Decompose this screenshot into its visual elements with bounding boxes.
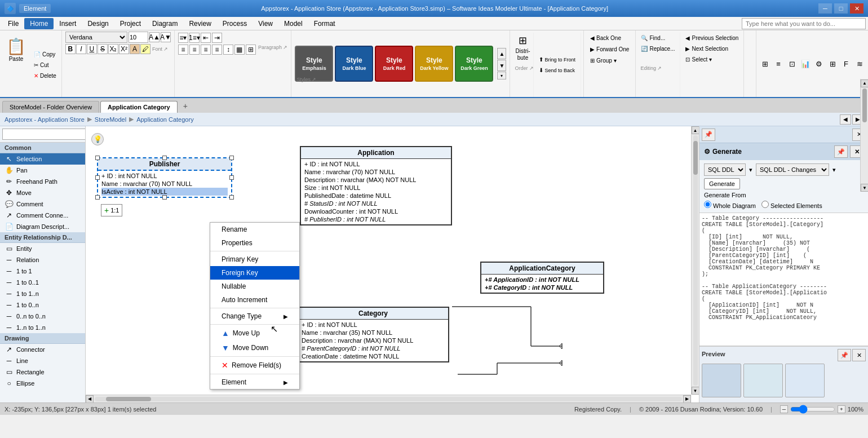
- zoom-increase-button[interactable]: +: [838, 405, 845, 413]
- ctx-rename[interactable]: Rename: [210, 223, 299, 236]
- preview-pin-btn[interactable]: 📌: [838, 349, 851, 361]
- handle-tl[interactable]: [95, 156, 100, 160]
- right-panel-scrollbar[interactable]: ▲ ▼: [860, 79, 868, 192]
- tool-relation[interactable]: ─ Relation: [0, 254, 85, 266]
- menu-model[interactable]: Model: [278, 18, 308, 29]
- tool-diagram-desc[interactable]: 📄 Diagram Descript...: [0, 221, 85, 232]
- tool-1to1[interactable]: ─ 1 to 1: [0, 266, 85, 277]
- preview-thumb-3[interactable]: [785, 364, 825, 397]
- tool-0nto0n[interactable]: ─ 0..n to 0..n: [0, 311, 85, 322]
- superscript-button[interactable]: X²: [119, 44, 129, 54]
- align-right[interactable]: ≡: [201, 45, 211, 55]
- minimize-button[interactable]: ─: [818, 3, 832, 14]
- tool-entity[interactable]: ▭ Entity: [0, 243, 85, 254]
- menu-design[interactable]: Design: [82, 18, 114, 29]
- close-button[interactable]: ✕: [850, 3, 863, 14]
- ctx-change-type[interactable]: Change Type ▶: [210, 309, 299, 323]
- ctx-move-up[interactable]: ▲ Move Up: [210, 326, 299, 340]
- indent-less[interactable]: ⇤: [201, 33, 211, 43]
- search-box[interactable]: [742, 18, 866, 29]
- subscript-button[interactable]: X₂: [108, 44, 118, 54]
- bold-button[interactable]: B: [65, 44, 76, 54]
- bc-applicationcategory[interactable]: Application Category: [136, 116, 194, 123]
- zoom-slider[interactable]: [790, 405, 835, 414]
- find-button[interactable]: 🔍 Find...: [638, 33, 677, 43]
- rp-scroll-thumb[interactable]: [862, 89, 867, 122]
- tool-pan[interactable]: ✋ Pan: [0, 165, 85, 176]
- menu-review[interactable]: Review: [183, 18, 216, 29]
- panel-search-input[interactable]: [2, 129, 86, 140]
- list-bullet[interactable]: ≡▾: [178, 33, 188, 43]
- menu-file[interactable]: File: [2, 18, 24, 29]
- menu-project[interactable]: Project: [114, 18, 147, 29]
- handle-tc[interactable]: [162, 156, 167, 160]
- generate-button[interactable]: Generate: [704, 178, 740, 189]
- tab-storemodel[interactable]: StoreModel - Folder Overview: [2, 101, 99, 113]
- sql-type-select[interactable]: SQL DDL: [704, 163, 746, 176]
- scroll-up-button[interactable]: ▲: [692, 126, 699, 134]
- selected-elements-radio[interactable]: [761, 201, 769, 208]
- style-darkgreen[interactable]: Style Dark Green: [455, 46, 493, 82]
- replace-button[interactable]: 🔄 Replace...: [638, 43, 677, 54]
- back-one-button[interactable]: ◀ Back One: [587, 33, 632, 43]
- whole-diagram-radio[interactable]: [704, 201, 711, 208]
- panel-icon-7[interactable]: F: [840, 57, 852, 70]
- ctx-nullable[interactable]: Nullable: [210, 280, 299, 293]
- entity-publisher[interactable]: Publisher + ID : int NOT NULL Name : nva…: [97, 157, 232, 198]
- style-darkyellow[interactable]: Style Dark Yellow: [415, 46, 453, 82]
- handle-bl[interactable]: [95, 195, 100, 200]
- align-center[interactable]: ≡: [189, 45, 200, 55]
- whole-diagram-radio-label[interactable]: Whole Diagram: [704, 201, 756, 209]
- ctx-foreign-key[interactable]: Foreign Key: [210, 266, 299, 280]
- send-to-back-button[interactable]: ⬇ Send to Back: [536, 65, 579, 76]
- breadcrumb-prev[interactable]: ◀: [840, 114, 851, 125]
- panel-icon-8[interactable]: ≋: [853, 57, 866, 70]
- changes-type-select[interactable]: SQL DDL - Changes: [756, 163, 829, 176]
- handle-br[interactable]: [229, 195, 234, 200]
- ctx-move-down[interactable]: ▼ Move Down: [210, 340, 299, 355]
- tool-comment-connector[interactable]: ↗ Comment Conne...: [0, 210, 85, 221]
- zoom-decrease-button[interactable]: ─: [780, 405, 788, 413]
- ctx-properties[interactable]: Properties: [210, 236, 299, 250]
- font-size-decrease[interactable]: A▼: [161, 32, 171, 42]
- shading[interactable]: ▦: [234, 45, 245, 55]
- menu-diagram[interactable]: Diagram: [147, 18, 183, 29]
- ctx-element[interactable]: Element ▶: [210, 375, 299, 389]
- scroll-down-button[interactable]: ▼: [692, 387, 699, 395]
- add-tab-button[interactable]: +: [179, 99, 192, 113]
- tool-1to1n[interactable]: ─ 1 to 1..n: [0, 288, 85, 299]
- preview-thumb-1[interactable]: [702, 364, 741, 397]
- tool-move[interactable]: ✥ Move: [0, 187, 85, 198]
- distribute-button[interactable]: ⊞ Distri-bute: [512, 33, 533, 97]
- panel-icon-4[interactable]: 📊: [799, 57, 812, 70]
- tool-rectangle[interactable]: ▭ Rectangle: [0, 366, 85, 378]
- styles-scroll-down[interactable]: ▼: [497, 60, 506, 71]
- forward-one-button[interactable]: ▶ Forward One: [587, 44, 632, 54]
- entity-applicationcategory[interactable]: ApplicationCategory +# ApplicationID : i…: [480, 262, 604, 294]
- style-darkblue[interactable]: Style Dark Blue: [335, 46, 373, 82]
- scroll-thumb-v[interactable]: [693, 141, 698, 175]
- tool-1nto1n[interactable]: ─ 1..n to 1..n: [0, 322, 85, 333]
- panel-icon-3[interactable]: ⊡: [786, 57, 798, 70]
- preview-close-btn[interactable]: ✕: [852, 349, 866, 361]
- panel-icon-1[interactable]: ⊞: [759, 57, 771, 70]
- paste-button[interactable]: 📋 Paste: [2, 33, 30, 67]
- line-spacing[interactable]: ↕: [223, 45, 233, 55]
- font-size-increase[interactable]: A▲: [149, 32, 160, 42]
- font-size-input[interactable]: [129, 32, 148, 43]
- entity-application[interactable]: Application + ID : int NOT NULL Name : n…: [300, 146, 452, 225]
- handle-ml[interactable]: [95, 175, 100, 180]
- delete-button[interactable]: ✕Delete: [31, 70, 59, 81]
- indent-more[interactable]: ⇥: [212, 33, 222, 43]
- selected-elements-radio-label[interactable]: Selected Elements: [761, 201, 822, 209]
- highlight-button[interactable]: 🖊: [140, 44, 150, 54]
- horizontal-scrollbar[interactable]: ◀ ▶: [86, 395, 691, 402]
- generate-pin-btn[interactable]: 📌: [834, 145, 848, 158]
- tool-connector[interactable]: ↗ Connector: [0, 344, 85, 355]
- panel-icon-5[interactable]: ⚙: [813, 57, 825, 70]
- rp-scroll-down[interactable]: ▼: [861, 184, 868, 192]
- strikethrough-button[interactable]: S: [98, 44, 108, 54]
- borders[interactable]: ⊞: [246, 45, 256, 55]
- scroll-right-button[interactable]: ▶: [683, 395, 691, 403]
- list-number[interactable]: 1≡▾: [189, 33, 200, 43]
